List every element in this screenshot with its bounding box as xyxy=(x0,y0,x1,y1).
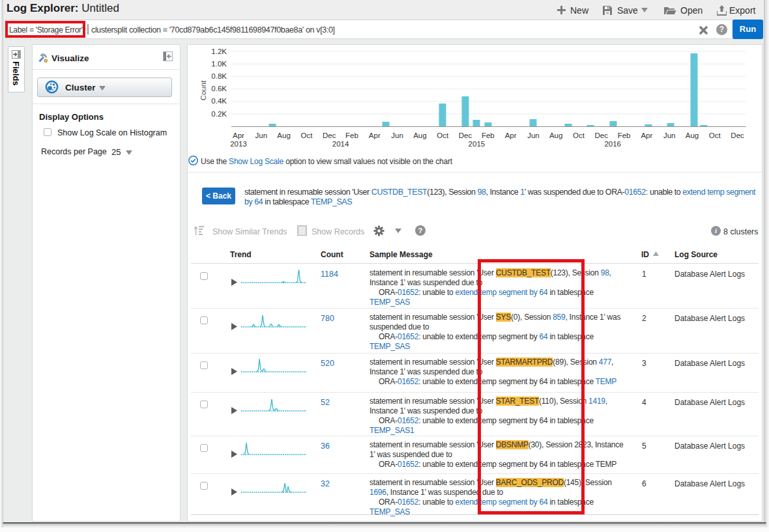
svg-text:Jun: Jun xyxy=(255,132,268,139)
svg-text:Apr: Apr xyxy=(505,132,517,139)
svg-text:2014: 2014 xyxy=(332,140,349,148)
svg-text:Dec: Dec xyxy=(731,132,744,139)
svg-text:Count: Count xyxy=(199,80,207,100)
svg-text:0.2K: 0.2K xyxy=(211,110,227,118)
svg-text:1.0K: 1.0K xyxy=(211,60,227,68)
svg-text:Apr: Apr xyxy=(369,132,381,139)
svg-text:Oct: Oct xyxy=(709,132,721,139)
svg-text:Aug: Aug xyxy=(277,132,290,139)
svg-text:Apr: Apr xyxy=(641,132,652,139)
svg-text:0.8K: 0.8K xyxy=(211,72,227,80)
svg-text:0.4K: 0.4K xyxy=(211,97,227,105)
svg-text:Apr: Apr xyxy=(233,132,244,139)
svg-text:0.6K: 0.6K xyxy=(211,85,227,92)
svg-text:Oct: Oct xyxy=(573,132,585,139)
svg-text:Oct: Oct xyxy=(437,132,449,139)
svg-text:Feb: Feb xyxy=(618,132,631,139)
svg-text:Dec: Dec xyxy=(595,132,609,139)
svg-text:2016: 2016 xyxy=(604,140,621,148)
svg-text:Aug: Aug xyxy=(686,132,699,139)
svg-text:Aug: Aug xyxy=(549,132,562,139)
svg-text:Feb: Feb xyxy=(482,132,495,139)
svg-text:Feb: Feb xyxy=(345,132,358,139)
svg-text:1.2K: 1.2K xyxy=(211,48,227,55)
svg-text:Oct: Oct xyxy=(300,132,313,139)
svg-text:Jun: Jun xyxy=(663,132,676,139)
svg-text:2013: 2013 xyxy=(230,140,247,148)
svg-text:2015: 2015 xyxy=(469,140,486,148)
svg-text:Aug: Aug xyxy=(413,132,426,139)
svg-text:Dec: Dec xyxy=(323,132,336,139)
svg-text:Jun: Jun xyxy=(527,132,540,139)
svg-text:Dec: Dec xyxy=(459,132,472,139)
svg-text:Jun: Jun xyxy=(391,132,403,139)
